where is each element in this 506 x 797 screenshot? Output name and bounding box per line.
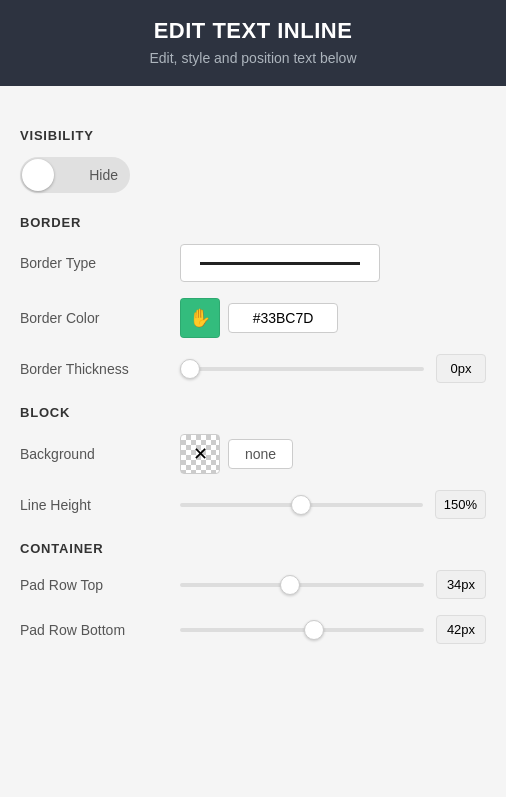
border-type-select[interactable] bbox=[180, 244, 380, 282]
background-swatch-icon: ✕ bbox=[193, 443, 208, 465]
pad-row-bottom-track[interactable] bbox=[180, 628, 424, 632]
background-swatch[interactable]: ✕ bbox=[180, 434, 220, 474]
pad-row-top-thumb[interactable] bbox=[280, 575, 300, 595]
border-thickness-value: 0px bbox=[436, 354, 486, 383]
line-height-label: Line Height bbox=[20, 497, 180, 513]
pad-row-top-track[interactable] bbox=[180, 583, 424, 587]
hide-toggle[interactable]: Hide bbox=[20, 157, 130, 193]
line-height-thumb[interactable] bbox=[291, 495, 311, 515]
border-color-swatch[interactable]: ✋ bbox=[180, 298, 220, 338]
border-color-value[interactable]: #33BC7D bbox=[228, 303, 338, 333]
background-label: Background bbox=[20, 446, 180, 462]
toggle-label: Hide bbox=[89, 167, 118, 183]
pad-row-top-label: Pad Row Top bbox=[20, 577, 180, 593]
border-color-label: Border Color bbox=[20, 310, 180, 326]
header: EDIT TEXT INLINE Edit, style and positio… bbox=[0, 0, 506, 86]
pad-row-bottom-label: Pad Row Bottom bbox=[20, 622, 180, 638]
page-title: EDIT TEXT INLINE bbox=[16, 18, 490, 44]
block-section-label: BLOCK bbox=[20, 405, 486, 420]
pad-row-top-value: 34px bbox=[436, 570, 486, 599]
line-height-value: 150% bbox=[435, 490, 486, 519]
border-line-preview bbox=[200, 262, 360, 265]
border-thickness-track[interactable] bbox=[180, 367, 424, 371]
line-height-track[interactable] bbox=[180, 503, 423, 507]
container-section-label: CONTAINER bbox=[20, 541, 486, 556]
toggle-knob bbox=[22, 159, 54, 191]
border-thickness-thumb[interactable] bbox=[180, 359, 200, 379]
visibility-section-label: VISIBILITY bbox=[20, 128, 486, 143]
pad-row-bottom-value: 42px bbox=[436, 615, 486, 644]
border-thickness-label: Border Thickness bbox=[20, 361, 180, 377]
border-type-label: Border Type bbox=[20, 255, 180, 271]
pad-row-bottom-thumb[interactable] bbox=[304, 620, 324, 640]
background-value[interactable]: none bbox=[228, 439, 293, 469]
border-section-label: BORDER bbox=[20, 215, 486, 230]
page-subtitle: Edit, style and position text below bbox=[16, 50, 490, 66]
